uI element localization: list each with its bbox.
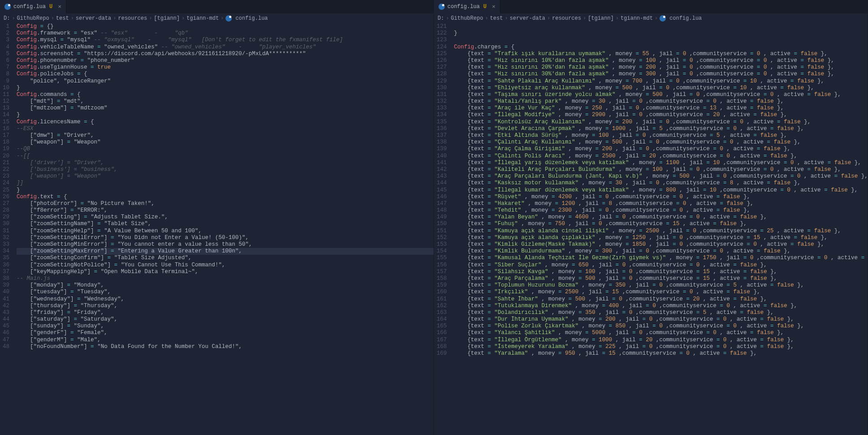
code-line[interactable]: {text = "Sahte Plakalı Araç Kullanımı" ,… bbox=[454, 78, 868, 85]
code-line[interactable]: {text = "Yalancı Şahitlik" , money = 500… bbox=[454, 330, 868, 336]
code-line[interactable]: {text = "Yaralama" , money = 950 , jail … bbox=[454, 350, 868, 357]
code-line[interactable]: {text = "Kimlik Gizleme(Maske Takmak)" ,… bbox=[454, 241, 868, 248]
breadcrumb-segment[interactable]: resources bbox=[118, 15, 147, 22]
code-line[interactable]: {text = "İllegal yarış düzenlemek veya k… bbox=[454, 160, 868, 166]
code-line[interactable]: {text = "Kasksız motor kullanmak" , mone… bbox=[454, 180, 868, 187]
code-line[interactable]: {text = "Dur İhtarına Uymamak" , money =… bbox=[454, 316, 868, 323]
code-line[interactable]: {text = "Tutuklanmaya Direnmek" , money … bbox=[454, 303, 868, 309]
breadcrumb-segment[interactable]: config.lua bbox=[235, 15, 268, 22]
code-line[interactable]: ["zoomSettingHelp"] = "A Value Between 5… bbox=[17, 228, 434, 235]
code-line[interactable]: ["monday"] = "Monday", bbox=[17, 282, 434, 289]
code-line[interactable]: ['weapon'] = "Weapon" bbox=[17, 173, 434, 180]
code-line[interactable]: --QB bbox=[17, 146, 434, 152]
code-line[interactable]: {text = "İstemeyerek Yaralama" , money =… bbox=[454, 344, 868, 350]
breadcrumb-segment[interactable]: config.lua bbox=[669, 15, 702, 22]
breadcrumb-right[interactable]: D:›GithubRepo›test›server-data›resources… bbox=[434, 13, 868, 23]
code-line[interactable]: Config.vehicleTableName = "owned_vehicle… bbox=[17, 44, 434, 51]
code-line[interactable]: --ESX bbox=[17, 126, 434, 132]
code-line[interactable]: ["f8error"] = "ERROR:", bbox=[17, 207, 434, 214]
code-line[interactable]: {text = "İllegal Modifiye" , money = 290… bbox=[454, 112, 868, 118]
code-line[interactable]: {text = "Araç Çalma Girişimi" , money = … bbox=[454, 146, 868, 152]
code-line[interactable]: ["zoomSettingMaxError"] = "Entering a Va… bbox=[17, 248, 434, 255]
close-icon[interactable]: × bbox=[492, 4, 495, 10]
code-line[interactable]: {text = "Çalıntı Polis Aracı" , money = … bbox=[454, 153, 868, 160]
code-line[interactable]: ["mdtzoom"] = "mdtzoom" bbox=[17, 105, 434, 112]
code-line[interactable]: ["zoomSetting"] = "Adjusts Tablet Size."… bbox=[17, 214, 434, 221]
code-line[interactable]: Config.policeJobs = { bbox=[17, 71, 434, 78]
breadcrumb-segment[interactable]: server-data bbox=[510, 15, 545, 22]
breadcrumb-segment[interactable]: D: bbox=[438, 15, 444, 22]
code-line[interactable]: ["photoError"] = "No Picture Taken!", bbox=[17, 200, 434, 207]
breadcrumb-segment[interactable]: tgiann-mdt bbox=[621, 15, 653, 22]
breadcrumb-segment[interactable]: test bbox=[490, 15, 503, 22]
breadcrumb-segment[interactable]: resources bbox=[552, 15, 581, 22]
code-line[interactable]: {text = "İllegal Örgütlenme" , money = 1… bbox=[454, 337, 868, 344]
code-area-left[interactable]: 1234567891011121314151617181920212223242… bbox=[0, 23, 434, 435]
code-line[interactable]: {text = "Siber Suçlar" , money = 650 , j… bbox=[454, 262, 868, 269]
code-line[interactable]: {text = "Hız sınırını 20%'dan fazla aşma… bbox=[454, 64, 868, 71]
code-line[interactable]: {text = "Fuhuş" , money = 750 , jail = 0… bbox=[454, 221, 868, 227]
code-line[interactable]: ["zoomSettingNilError"] = "You Didn not … bbox=[17, 235, 434, 241]
code-line[interactable]: Config.useTgiannHouse = true bbox=[17, 64, 434, 71]
code-line[interactable]: ["weapon"] = "Weapon" bbox=[17, 139, 434, 146]
code-line[interactable]: {text = "Irkçılık" , money = 2500 , jail… bbox=[454, 289, 868, 296]
code-line[interactable]: -- Main.js bbox=[17, 275, 434, 282]
code-line[interactable]: ["mdt"] = "mdt", bbox=[17, 98, 434, 105]
code-line[interactable]: ]] bbox=[17, 180, 434, 187]
breadcrumb-segment[interactable]: server-data bbox=[76, 15, 111, 22]
close-icon[interactable]: × bbox=[58, 4, 61, 10]
breadcrumb-segment[interactable]: D: bbox=[4, 15, 10, 22]
tab-config-left[interactable]: config.lua U × bbox=[0, 0, 66, 13]
code-line[interactable]: } bbox=[17, 112, 434, 118]
code-content-left[interactable]: Config = {}Config.framework = "esx" -- "… bbox=[16, 23, 434, 435]
code-line[interactable]: {text = "Kamuya açık alanda cinsel ilişk… bbox=[454, 228, 868, 235]
code-line[interactable]: {text = "Kontrolsüz Araç Kullanımı" , mo… bbox=[454, 119, 868, 126]
code-line[interactable]: Config.mysql = "mysql" -- "oxmysql" - "m… bbox=[17, 37, 434, 44]
code-line[interactable]: } bbox=[17, 187, 434, 194]
code-line[interactable]: ["sunday"] = "Sunday", bbox=[17, 323, 434, 330]
code-line[interactable]: {text = "Hız sınırını 30%'dan fazla aşma… bbox=[454, 71, 868, 78]
breadcrumb-segment[interactable]: test bbox=[56, 15, 69, 22]
code-line[interactable]: ['driver'] = "Driver", bbox=[17, 160, 434, 166]
breadcrumb-segment[interactable]: [tgiann] bbox=[588, 15, 614, 22]
code-line[interactable]: ["zoomSettingNotPolice"] = "You Cannot U… bbox=[17, 262, 434, 269]
code-line[interactable]: {text = "Ehliyetsiz araç kullanmak" , mo… bbox=[454, 85, 868, 91]
code-line[interactable]: ["noFoundNumber"] = "No Data Found for t… bbox=[17, 344, 434, 350]
code-line[interactable]: Config.screenshot = "https://discord.com… bbox=[17, 51, 434, 57]
code-line[interactable]: {text = "Kimlik Bulundurmama" , money = … bbox=[454, 248, 868, 255]
code-line[interactable]: ["dmw"] = "Driver", bbox=[17, 132, 434, 139]
code-line[interactable]: Config.phonenumber = "phone_number" bbox=[17, 57, 434, 64]
code-line[interactable]: } bbox=[454, 30, 868, 37]
code-line[interactable]: {text = "Tehdit" , money = 2300 , jail =… bbox=[454, 207, 868, 214]
code-line[interactable]: {text = "Taşıma sınırı üzerinde yolcu al… bbox=[454, 91, 868, 98]
code-line[interactable]: {text = "Silahsız Kavga" , money = 100 ,… bbox=[454, 269, 868, 275]
code-line[interactable]: {text = "Toplumun Huzurunu Bozma" , mone… bbox=[454, 282, 868, 289]
breadcrumb-segment[interactable]: [tgiann] bbox=[154, 15, 180, 22]
code-line[interactable]: {text = "Rüşvet" , money = 4200 , jail =… bbox=[454, 194, 868, 200]
code-line[interactable]: } bbox=[17, 85, 434, 91]
code-line[interactable]: ["friday"] = "Friday", bbox=[17, 309, 434, 316]
code-line[interactable]: {text = "Hız sınırını 10%'dan fazla aşma… bbox=[454, 57, 868, 64]
code-line[interactable]: {text = "Polise Zorluk Çıkartmak" , mone… bbox=[454, 323, 868, 330]
code-line[interactable]: {text = "Sahte İhbar" , money = 500 , ja… bbox=[454, 296, 868, 303]
code-line[interactable]: ["keyMappingHelp"] = "Open Mobile Data T… bbox=[17, 269, 434, 275]
code-line[interactable]: ["genderF"] = "Female", bbox=[17, 330, 434, 336]
code-line[interactable]: ['business'] = "business", bbox=[17, 166, 434, 173]
code-line[interactable]: {text = "Etki Altında Sürüş" , money = 1… bbox=[454, 132, 868, 139]
code-line[interactable]: {text = "Kaliteli Araç Parçaları Bulundu… bbox=[454, 166, 868, 173]
breadcrumb-left[interactable]: D:›GithubRepo›test›server-data›resources… bbox=[0, 13, 434, 23]
code-line[interactable]: --[[ bbox=[17, 153, 434, 160]
code-line[interactable]: Config.licencesName = { bbox=[17, 119, 434, 126]
code-line[interactable]: "police", "policeRanger" bbox=[17, 78, 434, 85]
code-line[interactable]: {text = "İllegal kumar düzenlemek veya k… bbox=[454, 187, 868, 194]
code-line[interactable]: {text = "Hatalı/Yanlış park" , money = 3… bbox=[454, 98, 868, 105]
code-line[interactable]: Config.commands = { bbox=[17, 91, 434, 98]
code-line[interactable]: {text = "Çalıntı Araç Kullanımı" , money… bbox=[454, 139, 868, 146]
code-line[interactable]: Config.framework = "esx" -- "esx" - "qb" bbox=[17, 30, 434, 37]
breadcrumb-segment[interactable]: GithubRepo bbox=[17, 15, 49, 22]
code-line[interactable]: {text = "Araç Parçaları Bulundurma (Jant… bbox=[454, 173, 868, 180]
code-line[interactable]: ["zoomSettingName"] = "Tablet Size", bbox=[17, 221, 434, 227]
code-line[interactable]: {text = "Devlet Aracına Çarpmak" , money… bbox=[454, 126, 868, 132]
code-line[interactable]: ["zoomSettingConfirm"] = "Tablet Size Ad… bbox=[17, 255, 434, 261]
code-line[interactable]: ["zoomSettingMinError"] = "You cannot en… bbox=[17, 241, 434, 248]
